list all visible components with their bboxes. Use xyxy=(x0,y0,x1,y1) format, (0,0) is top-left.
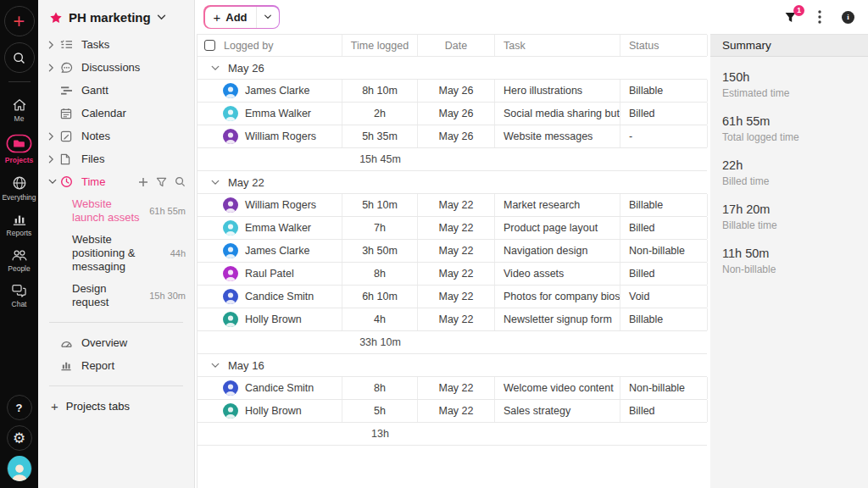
plus-icon: + xyxy=(13,11,25,31)
project-title: PH marketing xyxy=(69,10,151,25)
chevron-down-icon[interactable] xyxy=(257,7,279,28)
stat-label: Non-billable xyxy=(722,263,856,275)
table-row[interactable]: James Clarke 8h 10m May 26 Hero illustra… xyxy=(198,80,707,103)
more-options-button[interactable] xyxy=(818,10,821,24)
chat-icon xyxy=(11,284,27,297)
time-logged-cell: 5h 10m xyxy=(342,194,418,216)
table-row[interactable]: William Rogers 5h 10m May 22 Market rese… xyxy=(198,194,707,217)
date-cell: May 22 xyxy=(418,217,495,239)
project-switcher[interactable]: PH marketing xyxy=(38,7,194,33)
sidebar-item-label: Discussions xyxy=(81,61,140,74)
timesheet-hours: 61h 55m xyxy=(149,206,186,216)
group-header-may-26[interactable]: May 26 xyxy=(198,57,707,80)
sidebar-item-tasks[interactable]: Tasks xyxy=(38,33,194,56)
topbar: + Add 1 i xyxy=(195,0,868,34)
create-button[interactable]: + xyxy=(4,6,35,36)
table-row[interactable]: Raul Patel 8h May 22 Video assets Billed xyxy=(198,263,707,286)
group-header-may-22[interactable]: May 22 xyxy=(198,171,707,194)
gear-icon: ⚙ xyxy=(13,431,25,446)
add-button[interactable]: + Add xyxy=(203,5,280,29)
sidebar-item-report[interactable]: Report xyxy=(38,354,194,377)
stat-value: 22h xyxy=(722,158,856,172)
sidebar-item-label: Calendar xyxy=(81,107,126,119)
filter-icon[interactable] xyxy=(156,177,167,187)
logged-by-name: James Clarke xyxy=(245,85,309,97)
icon-rail: + Me Projects Everything xyxy=(0,0,38,488)
group-total: 13h xyxy=(342,423,418,445)
stat-value: 17h 20m xyxy=(722,202,856,216)
profile-button[interactable] xyxy=(7,456,32,481)
rail-item-reports[interactable]: Reports xyxy=(0,213,38,237)
gauge-icon xyxy=(60,338,74,348)
sidebar-item-time[interactable]: Time xyxy=(38,170,194,193)
rail-item-everything[interactable]: Everything xyxy=(0,175,38,202)
help-button[interactable]: ? xyxy=(7,395,32,420)
status-cell: Non-billable xyxy=(620,240,708,262)
global-search-button[interactable] xyxy=(4,42,35,73)
group-total-row: 15h 45m xyxy=(198,148,707,171)
rail-item-people[interactable]: People xyxy=(0,248,38,273)
table-row[interactable]: Candice Smitn 6h 10m May 22 Photos for c… xyxy=(198,286,707,308)
time-logged-cell: 5h 35m xyxy=(342,125,418,147)
summary-stat: 22h Billed time xyxy=(722,158,856,187)
table-row[interactable]: Holly Brown 5h May 22 Sales strategy Bil… xyxy=(198,400,707,423)
date-cell: May 22 xyxy=(418,240,495,262)
time-logged-cell: 8h xyxy=(342,377,418,399)
avatar xyxy=(223,129,238,144)
sidebar-item-discussions[interactable]: Discussions xyxy=(38,56,194,79)
table-row[interactable]: William Rogers 5h 35m May 26 Website mes… xyxy=(198,125,707,148)
chevron-down-icon xyxy=(211,65,220,71)
stat-value: 11h 50m xyxy=(722,247,856,260)
task-cell: Product page layout xyxy=(495,217,620,239)
group-header-may-16[interactable]: May 16 xyxy=(198,354,707,377)
sidebar-item-overview[interactable]: Overview xyxy=(38,331,194,354)
project-sidebar: PH marketing Tasks Discussions Gantt Cal… xyxy=(38,0,195,488)
sidebar-item-label: Tasks xyxy=(81,38,109,51)
user-avatar xyxy=(8,456,31,481)
task-cell: Social media sharing buttons xyxy=(495,103,620,125)
search-icon[interactable] xyxy=(175,176,186,187)
timesheet-item-website-launch-assets[interactable]: Website launch assets 61h 55m xyxy=(38,193,194,229)
gantt-icon xyxy=(60,86,74,96)
timesheet-item-website-positioning[interactable]: Website positioning & messaging 44h xyxy=(38,229,194,278)
task-cell: Market research xyxy=(495,194,620,216)
table-row[interactable]: Emma Walker 7h May 22 Product page layou… xyxy=(198,217,707,240)
status-cell: Billed xyxy=(620,217,708,239)
timesheet-item-design-request[interactable]: Design request 15h 30m xyxy=(38,278,194,313)
filter-button[interactable]: 1 xyxy=(783,10,798,25)
bar-chart-icon xyxy=(12,213,27,226)
status-cell: Billable xyxy=(620,308,708,330)
rail-item-label: Reports xyxy=(7,229,32,237)
column-header: Task xyxy=(495,35,620,56)
table-row[interactable]: James Clarke 3h 50m May 22 Navigation de… xyxy=(198,240,707,263)
group-total: 33h 10m xyxy=(342,331,418,353)
settings-button[interactable]: ⚙ xyxy=(7,425,32,451)
stat-label: Estimated time xyxy=(722,87,856,99)
avatar xyxy=(223,243,238,258)
clock-icon xyxy=(60,175,74,188)
main-area: + Add 1 i xyxy=(195,0,868,488)
add-timesheet-icon[interactable] xyxy=(138,177,148,187)
rail-item-projects[interactable]: Projects xyxy=(0,134,38,164)
avatar xyxy=(223,197,238,213)
logged-by-name: Raul Patel xyxy=(245,268,294,280)
plus-icon: + xyxy=(214,10,221,25)
projects-tabs-button[interactable]: + Projects tabs xyxy=(38,395,194,418)
rail-item-me[interactable]: Me xyxy=(0,98,38,123)
info-button[interactable]: i xyxy=(842,11,854,24)
sidebar-item-gantt[interactable]: Gantt xyxy=(38,79,194,102)
sidebar-item-calendar[interactable]: Calendar xyxy=(38,102,194,125)
table-row[interactable]: Candice Smitn 8h May 22 Welcome video co… xyxy=(198,377,707,400)
rail-item-chat[interactable]: Chat xyxy=(0,284,38,308)
column-header: Date xyxy=(418,35,495,56)
people-icon xyxy=(11,248,28,262)
sidebar-item-notes[interactable]: Notes xyxy=(38,125,194,147)
table-row[interactable]: Holly Brown 4h May 22 Newsletter signup … xyxy=(198,308,707,331)
table-row[interactable]: Emma Walker 2h May 26 Social media shari… xyxy=(198,103,707,125)
avatar xyxy=(223,289,238,304)
sidebar-item-label: Gantt xyxy=(81,84,108,97)
sidebar-item-files[interactable]: Files xyxy=(38,147,194,170)
date-cell: May 22 xyxy=(418,263,495,285)
time-logged-cell: 4h xyxy=(342,308,418,330)
select-all-checkbox[interactable] xyxy=(204,40,215,51)
